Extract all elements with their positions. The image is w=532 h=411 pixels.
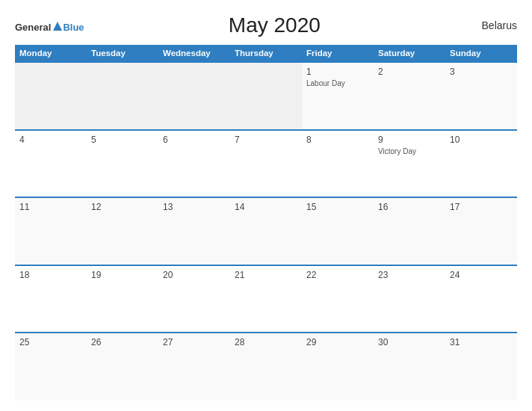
day-number: 9 <box>378 135 441 145</box>
calendar-day-cell: 25 <box>15 333 87 401</box>
calendar-header-friday: Friday <box>302 45 374 62</box>
calendar-header-sunday: Sunday <box>445 45 517 62</box>
calendar-day-cell: 8 <box>302 130 374 198</box>
calendar-week-row: 11121314151617 <box>15 197 517 265</box>
calendar-table: MondayTuesdayWednesdayThursdayFridaySatu… <box>15 45 517 401</box>
calendar-day-cell: 2 <box>374 62 445 130</box>
day-number: 24 <box>450 270 513 280</box>
calendar-header-tuesday: Tuesday <box>87 45 158 62</box>
holiday-label: Victory Day <box>378 146 441 156</box>
calendar-day-cell: 1Labour Day <box>302 62 374 130</box>
calendar-header-wednesday: Wednesday <box>158 45 230 62</box>
logo: General Blue <box>15 19 84 32</box>
day-number: 8 <box>306 135 369 145</box>
day-number: 12 <box>91 202 154 212</box>
day-number: 31 <box>450 337 513 347</box>
day-number: 7 <box>235 135 297 145</box>
day-number: 5 <box>91 135 154 145</box>
calendar-day-cell <box>158 62 230 130</box>
day-number: 1 <box>306 67 369 77</box>
calendar-week-row: 18192021222324 <box>15 265 517 333</box>
logo-blue-text: Blue <box>63 22 84 32</box>
day-number: 16 <box>378 202 441 212</box>
calendar-title: May 2020 <box>84 13 465 37</box>
day-number: 13 <box>163 202 226 212</box>
day-number: 20 <box>163 270 226 280</box>
calendar-week-row: 456789Victory Day10 <box>15 130 517 198</box>
day-number: 22 <box>306 270 369 280</box>
day-number: 15 <box>306 202 369 212</box>
calendar-week-row: 25262728293031 <box>15 333 517 401</box>
day-number: 28 <box>235 337 297 347</box>
calendar-day-cell: 24 <box>445 265 517 333</box>
day-number: 6 <box>163 135 226 145</box>
calendar-day-cell <box>87 62 158 130</box>
day-number: 27 <box>163 337 226 347</box>
day-number: 19 <box>91 270 154 280</box>
calendar-day-cell: 17 <box>445 197 517 265</box>
calendar-day-cell: 13 <box>158 197 230 265</box>
calendar-day-cell: 31 <box>445 333 517 401</box>
calendar-day-cell: 18 <box>15 265 87 333</box>
day-number: 2 <box>378 67 441 77</box>
calendar-day-cell: 4 <box>15 130 87 198</box>
calendar-day-cell: 7 <box>230 130 302 198</box>
calendar-header-saturday: Saturday <box>374 45 445 62</box>
calendar-day-cell: 14 <box>230 197 302 265</box>
calendar-day-cell: 10 <box>445 130 517 198</box>
day-number: 23 <box>378 270 441 280</box>
day-number: 14 <box>235 202 297 212</box>
calendar-day-cell: 6 <box>158 130 230 198</box>
day-number: 29 <box>306 337 369 347</box>
calendar-day-cell <box>230 62 302 130</box>
day-number: 25 <box>19 337 82 347</box>
page: General Blue May 2020 Belarus MondayTues… <box>0 0 532 411</box>
logo-icon <box>52 21 63 31</box>
day-number: 4 <box>19 135 82 145</box>
calendar-header-row: MondayTuesdayWednesdayThursdayFridaySatu… <box>15 45 517 62</box>
calendar-day-cell: 21 <box>230 265 302 333</box>
day-number: 17 <box>450 202 513 212</box>
calendar-day-cell <box>15 62 87 130</box>
calendar-day-cell: 15 <box>302 197 374 265</box>
calendar-day-cell: 30 <box>374 333 445 401</box>
country-label: Belarus <box>465 19 517 31</box>
calendar-day-cell: 29 <box>302 333 374 401</box>
day-number: 18 <box>19 270 82 280</box>
calendar-week-row: 1Labour Day23 <box>15 62 517 130</box>
calendar-day-cell: 16 <box>374 197 445 265</box>
holiday-label: Labour Day <box>306 78 369 88</box>
calendar-day-cell: 28 <box>230 333 302 401</box>
calendar-day-cell: 20 <box>158 265 230 333</box>
day-number: 30 <box>378 337 441 347</box>
day-number: 3 <box>450 67 513 77</box>
calendar-day-cell: 19 <box>87 265 158 333</box>
calendar-day-cell: 11 <box>15 197 87 265</box>
calendar-day-cell: 22 <box>302 265 374 333</box>
calendar-day-cell: 23 <box>374 265 445 333</box>
svg-marker-0 <box>53 22 62 31</box>
day-number: 21 <box>235 270 297 280</box>
logo-general-text: General <box>15 22 51 32</box>
calendar-day-cell: 27 <box>158 333 230 401</box>
day-number: 11 <box>19 202 82 212</box>
calendar-day-cell: 26 <box>87 333 158 401</box>
calendar-day-cell: 9Victory Day <box>374 130 445 198</box>
calendar-header-thursday: Thursday <box>230 45 302 62</box>
day-number: 10 <box>450 135 513 145</box>
calendar-day-cell: 12 <box>87 197 158 265</box>
calendar-day-cell: 5 <box>87 130 158 198</box>
calendar-header-monday: Monday <box>15 45 87 62</box>
header: General Blue May 2020 Belarus <box>15 13 517 37</box>
calendar-day-cell: 3 <box>445 62 517 130</box>
day-number: 26 <box>91 337 154 347</box>
